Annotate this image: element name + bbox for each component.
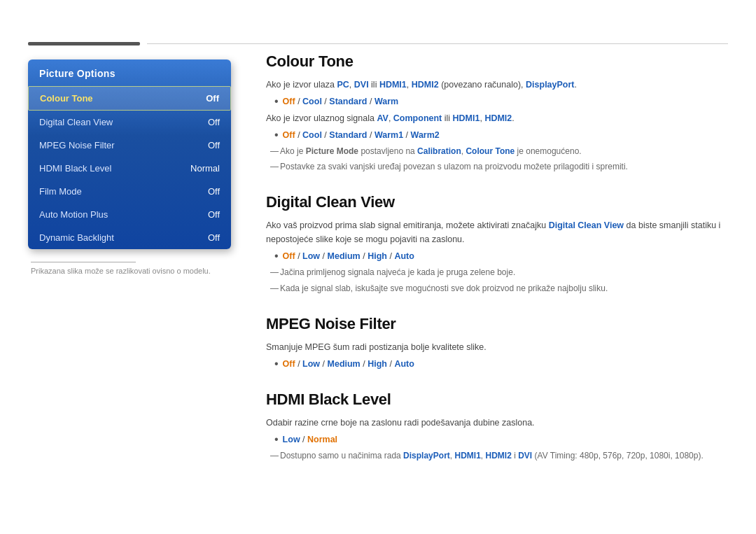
bullet-mpeg-1: •Off / Low / Medium / High / Auto — [274, 357, 728, 371]
bullet-dot: • — [274, 94, 279, 108]
bullet-text: Off / Cool / Standard / Warm — [283, 94, 399, 108]
note-2: Postavke za svaki vanjski uređaj povezan… — [270, 160, 728, 174]
section-body-colour-tone: Ako je izvor ulaza PC, DVI ili HDMI1, HD… — [266, 78, 728, 174]
picture-options-box: Picture Options Colour ToneOffDigital Cl… — [28, 59, 231, 249]
menu-item-label: Auto Motion Plus — [39, 209, 108, 220]
menu-item-value: Off — [208, 117, 220, 127]
bullet-text-dcv: Off / Low / Medium / High / Auto — [283, 249, 414, 263]
para-dcv-1: Ako vaš proizvod prima slab signal emiti… — [266, 218, 728, 246]
section-mpeg-noise: MPEG Noise Filter Smanjuje MPEG šum radi… — [266, 315, 728, 371]
top-bar-accent — [28, 42, 140, 45]
bullet-dot-hdmi: • — [274, 433, 279, 446]
menu-item-film-mode[interactable]: Film ModeOff — [28, 180, 231, 203]
bullet-dot-2: • — [274, 128, 279, 141]
section-body-mpeg: Smanjuje MPEG šum radi postizanja bolje … — [266, 340, 728, 371]
section-body-hdmi: Odabir razine crne boje na zaslonu radi … — [266, 416, 728, 463]
section-hdmi-black: HDMI Black Level Odabir razine crne boje… — [266, 391, 728, 463]
bullet-dot-dcv: • — [274, 249, 279, 262]
bullet-text-2: Off / Cool / Standard / Warm1 / Warm2 — [283, 128, 440, 142]
panel-footer-divider — [31, 262, 136, 262]
bullet-text-mpeg: Off / Low / Medium / High / Auto — [283, 357, 414, 371]
menu-item-value: Normal — [190, 163, 220, 174]
bullet-dcv-1: •Off / Low / Medium / High / Auto — [274, 249, 728, 263]
right-content: Colour Tone Ako je izvor ulaza PC, DVI i… — [266, 52, 728, 482]
top-bar — [28, 42, 728, 45]
menu-item-label: Colour Tone — [40, 93, 93, 104]
section-title-colour-tone: Colour Tone — [266, 52, 728, 71]
menu-item-value: Off — [208, 209, 220, 220]
menu-item-label: MPEG Noise Filter — [39, 140, 115, 150]
para-hdmi-1: Odabir razine crne boje na zaslonu radi … — [266, 416, 728, 430]
menu-item-label: Film Mode — [39, 186, 82, 197]
menu-item-mpeg-noise-filter[interactable]: MPEG Noise FilterOff — [28, 134, 231, 157]
menu-item-label: HDMI Black Level — [39, 163, 111, 174]
menu-items-list: Colour ToneOffDigital Clean ViewOffMPEG … — [28, 86, 231, 249]
menu-item-dynamic-backlight[interactable]: Dynamic BacklightOff — [28, 226, 231, 249]
menu-item-value: Off — [208, 140, 220, 150]
section-body-dcv: Ako vaš proizvod prima slab signal emiti… — [266, 218, 728, 295]
menu-item-label: Digital Clean View — [39, 117, 113, 127]
note-1: Ako je Picture Mode postavljeno na Calib… — [270, 145, 728, 158]
para-mpeg-1: Smanjuje MPEG šum radi postizanja bolje … — [266, 340, 728, 354]
bullet-hdmi-1: •Low / Normal — [274, 433, 728, 447]
bullet-2: •Off / Cool / Standard / Warm1 / Warm2 — [274, 128, 728, 142]
menu-item-hdmi-black-level[interactable]: HDMI Black LevelNormal — [28, 157, 231, 180]
bullet-1: •Off / Cool / Standard / Warm — [274, 94, 728, 108]
menu-item-value: Off — [206, 93, 219, 104]
bullet-dot-mpeg: • — [274, 357, 279, 370]
menu-item-label: Dynamic Backlight — [39, 232, 114, 243]
menu-item-colour-tone[interactable]: Colour ToneOff — [28, 86, 231, 111]
top-bar-line — [147, 43, 728, 44]
menu-item-digital-clean-view[interactable]: Digital Clean ViewOff — [28, 111, 231, 134]
note-dcv-2: Kada je signal slab, iskušajte sve moguć… — [270, 282, 728, 295]
sections-container: Colour Tone Ako je izvor ulaza PC, DVI i… — [266, 52, 728, 463]
panel-footer: Prikazana slika može se razlikovati ovis… — [28, 262, 231, 275]
left-panel: Picture Options Colour ToneOffDigital Cl… — [28, 59, 231, 275]
section-digital-clean-view: Digital Clean View Ako vaš proizvod prim… — [266, 193, 728, 295]
menu-item-value: Off — [208, 232, 220, 243]
section-title-dcv: Digital Clean View — [266, 193, 728, 211]
section-title-hdmi: HDMI Black Level — [266, 391, 728, 409]
panel-title: Picture Options — [28, 59, 231, 86]
section-colour-tone: Colour Tone Ako je izvor ulaza PC, DVI i… — [266, 52, 728, 174]
section-title-mpeg: MPEG Noise Filter — [266, 315, 728, 333]
para-1: Ako je izvor ulaza PC, DVI ili HDMI1, HD… — [266, 78, 728, 92]
menu-item-value: Off — [208, 186, 220, 197]
panel-footer-note: Prikazana slika može se razlikovati ovis… — [31, 267, 228, 275]
para-2: Ako je izvor ulaznog signala AV, Compone… — [266, 111, 728, 125]
bullet-text-hdmi: Low / Normal — [283, 433, 338, 447]
menu-item-auto-motion-plus[interactable]: Auto Motion PlusOff — [28, 203, 231, 226]
note-hdmi-1: Dostupno samo u načinima rada DisplayPor… — [270, 449, 728, 463]
note-dcv-1: Jačina primljenog signala najveća je kad… — [270, 266, 728, 279]
